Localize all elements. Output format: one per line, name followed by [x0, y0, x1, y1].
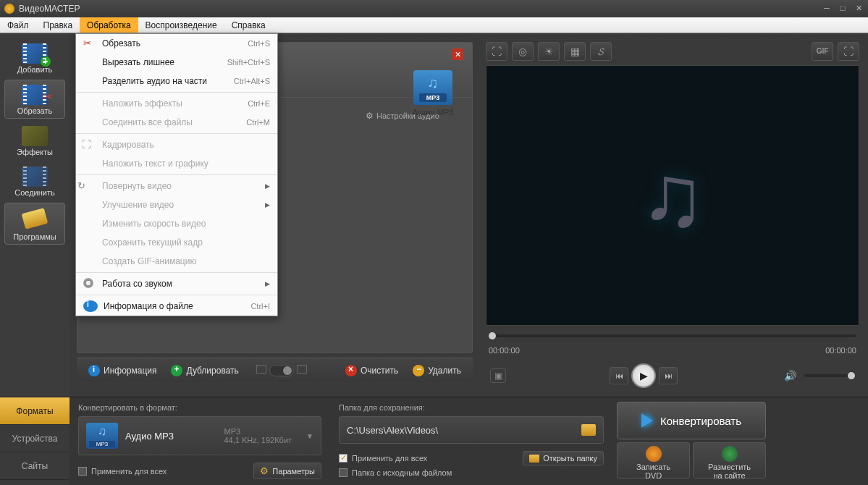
convert-button[interactable]: Конвертировать [617, 402, 766, 439]
video-preview: ♫ [486, 65, 859, 326]
save-area: Папка для сохранения: C:\Users\Alex\Vide… [330, 397, 612, 485]
browse-folder-button[interactable] [581, 424, 596, 436]
source-folder-label: Папка с исходным файлом [352, 468, 452, 477]
time-total: 00:00:00 [825, 346, 856, 355]
view-list-button[interactable] [256, 365, 266, 374]
menu-item-trim[interactable]: ОбрезатьCtrl+S [76, 34, 277, 53]
apply-all-label: Применить для всех [91, 467, 167, 476]
convert-area: Конвертировать ЗаписатьDVD Разместитьна … [612, 397, 770, 485]
duplicate-icon [171, 365, 182, 376]
next-button[interactable]: ⏭ [659, 367, 678, 384]
tab-devices[interactable]: Устройства [0, 425, 69, 452]
menu-item-enhance: Улучшение видео▶ [76, 195, 277, 214]
volume-icon[interactable]: 🔊 [781, 368, 799, 384]
fullscreen-button[interactable]: ⛶ [838, 42, 859, 61]
delete-button[interactable]: Удалить [408, 363, 465, 379]
crop-icon [82, 139, 96, 151]
menu-item-overlay: Наложить текст и графику [76, 154, 277, 173]
prev-button[interactable]: ⏮ [610, 367, 628, 384]
remove-file-button[interactable]: ✕ [452, 48, 463, 60]
apply-all-checkbox[interactable] [78, 467, 87, 476]
menu-item-joinall: Соединить все файлыCtrl+M [76, 113, 277, 132]
menu-item-audio[interactable]: Работа со звуком▶ [76, 274, 277, 293]
menu-edit[interactable]: Правка [36, 17, 80, 33]
seek-thumb[interactable] [489, 332, 496, 340]
chevron-down-icon: ▼ [306, 432, 313, 440]
view-switch[interactable] [269, 365, 294, 376]
volume-slider[interactable] [804, 374, 855, 377]
menu-item-crop: Кадрировать [76, 135, 277, 154]
rotate-icon [82, 180, 96, 192]
format-name: Аудио MP3 [125, 431, 174, 442]
play-button[interactable]: ▶ [631, 363, 656, 388]
overlay-button[interactable]: ▦ [564, 42, 586, 61]
format-section-label: Конвертировать в формат: [78, 403, 321, 412]
menu-item-applyfx: Наложить эффектыCtrl+E [76, 94, 277, 113]
menu-playback[interactable]: Воспроизведение [138, 17, 224, 33]
source-folder-checkbox[interactable] [339, 468, 347, 477]
join-icon [22, 166, 48, 187]
dvd-icon [646, 446, 662, 462]
info-button[interactable]: Информация [84, 363, 161, 379]
left-sidebar: + Добавить ✂ Обрезать Эффекты Соединить … [0, 33, 69, 397]
close-button[interactable]: ✕ [854, 4, 864, 13]
sidebar-programs[interactable]: Программы [4, 203, 65, 245]
params-button[interactable]: Параметры [253, 463, 321, 479]
duplicate-button[interactable]: Дублировать [167, 363, 243, 379]
burn-dvd-button[interactable]: ЗаписатьDVD [617, 442, 690, 478]
save-path-box[interactable]: C:\Users\Alex\Videos\ [339, 416, 604, 444]
open-folder-button[interactable]: Открыть папку [523, 451, 604, 465]
player-controls: ▣ ⏮ ▶ ⏭ 🔊 [486, 360, 859, 391]
delete-icon [413, 365, 424, 376]
tab-formats[interactable]: Форматы [0, 397, 69, 425]
file-thumbnail: MP3 Аудио MP3 [407, 70, 459, 117]
app-logo-icon [4, 4, 14, 14]
sidebar-add[interactable]: + Добавить [4, 39, 65, 77]
menu-process[interactable]: Обработка [80, 17, 138, 33]
info-icon [83, 300, 98, 312]
player-toolbar: ⛶ ◎ ☀ ▦ 𝓢 GIF ⛶ [486, 42, 859, 61]
speed-button[interactable]: 𝓢 [590, 42, 612, 61]
volume-thumb[interactable] [848, 372, 855, 379]
titlebar: ВидеоМАСТЕР ─ □ ✕ [0, 0, 868, 17]
sidebar-cut[interactable]: ✂ Обрезать [4, 80, 65, 119]
gif-button[interactable]: GIF [812, 42, 833, 61]
seek-bar[interactable] [489, 334, 856, 342]
crop-tool-button[interactable]: ⛶ [486, 42, 507, 61]
menu-item-saveframe: Сохранить текущий кадр [76, 233, 277, 252]
format-area: Конвертировать в формат: Аудио MP3 MP344… [69, 397, 330, 485]
bottom-panel: Форматы Устройства Сайты Конвертировать … [0, 397, 868, 485]
menu-item-fileinfo[interactable]: Информация о файлеCtrl+I [76, 297, 277, 316]
bottom-tabs: Форматы Устройства Сайты [0, 397, 69, 485]
maximize-button[interactable]: □ [838, 4, 848, 13]
menu-item-gif: Создать GIF-анимацию [76, 252, 277, 271]
snapshot-button[interactable]: ▣ [490, 368, 506, 383]
sidebar-effects[interactable]: Эффекты [4, 122, 65, 159]
clear-icon [345, 365, 357, 376]
format-details: MP344,1 KHz, 192Кбит [224, 427, 292, 444]
save-section-label: Папка для сохранения: [339, 403, 604, 412]
mp3-icon: MP3 [413, 70, 452, 105]
clear-button[interactable]: Очистить [341, 363, 403, 379]
disk-icon [82, 278, 96, 290]
format-mp3-icon [86, 423, 118, 449]
lens-tool-button[interactable]: ◎ [512, 42, 534, 61]
cut-icon [82, 38, 96, 49]
menu-item-rotate: Повернуть видео▶ [76, 177, 277, 195]
save-apply-all-checkbox[interactable]: ✓ [339, 454, 347, 463]
music-note-icon: ♫ [640, 146, 705, 245]
menu-file[interactable]: Файл [0, 17, 36, 33]
menu-help[interactable]: Справка [224, 17, 273, 33]
tab-sites[interactable]: Сайты [0, 452, 69, 480]
brightness-button[interactable]: ☀ [538, 42, 560, 61]
film-add-icon: + [22, 43, 48, 64]
view-grid-button[interactable] [297, 365, 307, 374]
publish-button[interactable]: Разместитьна сайте [693, 442, 766, 478]
format-selector[interactable]: Аудио MP3 MP344,1 KHz, 192Кбит ▼ [78, 416, 321, 455]
key-icon [22, 211, 48, 231]
menu-item-cutextra[interactable]: Вырезать лишнееShift+Ctrl+S [76, 53, 277, 72]
minimize-button[interactable]: ─ [822, 4, 832, 13]
sidebar-join[interactable]: Соединить [4, 162, 65, 200]
menu-item-splitaudio[interactable]: Разделить аудио на частиCtrl+Alt+S [76, 72, 277, 90]
save-path: C:\Users\Alex\Videos\ [347, 425, 438, 436]
